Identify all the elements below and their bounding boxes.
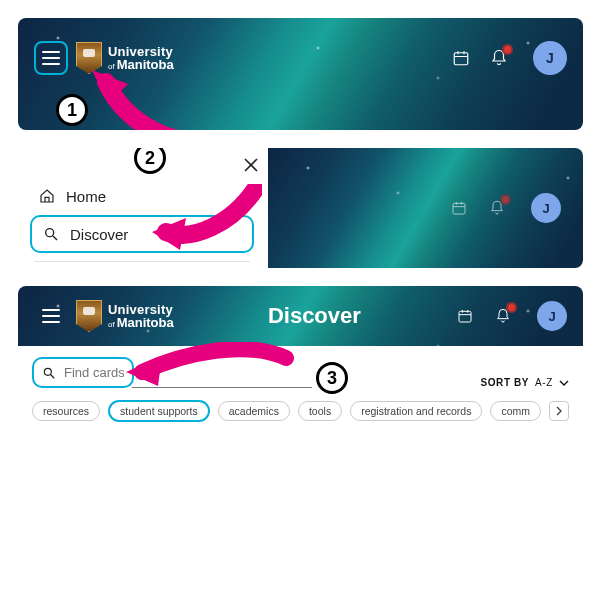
calendar-icon — [451, 200, 467, 216]
notification-dot-icon — [506, 302, 517, 313]
notification-dot-icon — [500, 194, 511, 205]
sort-control[interactable]: SORT BY A-Z — [480, 377, 569, 388]
shield-icon — [76, 42, 102, 74]
collapsed-header: J — [268, 148, 583, 268]
hamburger-menu-button[interactable] — [34, 41, 68, 75]
filter-chip-student-supports[interactable]: student supports — [108, 400, 210, 422]
chevron-right-icon — [554, 406, 564, 416]
find-cards-search[interactable] — [32, 357, 134, 388]
notifications-button[interactable] — [493, 306, 513, 326]
filter-chip-academics[interactable]: academics — [218, 401, 290, 421]
divider — [34, 261, 250, 262]
discover-header: University ofManitoba Discover J — [18, 286, 583, 346]
search-icon — [42, 366, 56, 380]
find-cards-input[interactable] — [64, 365, 124, 380]
university-logo: University ofManitoba — [76, 300, 174, 332]
discover-body: 3 SORT BY A-Z resources student supports… — [18, 346, 583, 431]
page-title: Discover — [174, 303, 455, 329]
calendar-button[interactable] — [451, 48, 471, 68]
filter-chip-truncated[interactable]: comm — [490, 401, 541, 421]
input-underline — [132, 387, 312, 388]
svg-rect-20 — [459, 311, 471, 322]
hamburger-icon — [42, 51, 60, 65]
nav-sidebar: 2 Home Discover — [18, 148, 268, 268]
filter-chip-row: resources student supports academics too… — [32, 400, 569, 422]
home-icon — [38, 187, 56, 205]
sidebar-panel-step2: 2 Home Discover — [18, 148, 583, 268]
filter-chip-resources[interactable]: resources — [32, 401, 100, 421]
university-wordmark: University ofManitoba — [108, 303, 174, 329]
close-icon — [244, 158, 258, 172]
filter-chip-tools[interactable]: tools — [298, 401, 342, 421]
svg-rect-13 — [453, 203, 465, 214]
topbar-actions: J — [449, 193, 561, 223]
svg-rect-3 — [454, 53, 468, 65]
calendar-icon — [457, 308, 473, 324]
chips-scroll-right[interactable] — [549, 401, 569, 421]
university-wordmark: University ofManitoba — [108, 45, 174, 71]
step-badge-3: 3 — [316, 362, 348, 394]
sidebar-item-discover[interactable]: Discover — [30, 215, 254, 253]
svg-point-24 — [44, 368, 51, 375]
hamburger-icon — [42, 309, 60, 323]
search-icon — [42, 225, 60, 243]
university-logo: University ofManitoba — [76, 42, 174, 74]
header-panel-step1: University ofManitoba J — [18, 18, 583, 130]
step-badge-1: 1 — [56, 94, 88, 126]
svg-line-11 — [53, 236, 57, 240]
notifications-button[interactable] — [489, 48, 509, 68]
user-avatar[interactable]: J — [531, 193, 561, 223]
calendar-button[interactable] — [455, 306, 475, 326]
close-sidebar-button[interactable] — [240, 154, 262, 176]
user-avatar[interactable]: J — [533, 41, 567, 75]
top-bar: J — [268, 148, 583, 268]
calendar-icon — [452, 49, 470, 67]
discover-panel-step3: University ofManitoba Discover J — [18, 286, 583, 431]
svg-line-25 — [51, 374, 55, 378]
top-bar: University ofManitoba J — [18, 18, 583, 98]
sidebar-item-home[interactable]: Home — [30, 181, 254, 211]
notification-dot-icon — [502, 44, 513, 55]
svg-point-10 — [46, 229, 54, 237]
hamburger-menu-button[interactable] — [34, 299, 68, 333]
topbar-actions: J — [455, 301, 567, 331]
shield-icon — [76, 300, 102, 332]
notifications-button[interactable] — [487, 198, 507, 218]
sidebar-item-label: Home — [66, 188, 106, 205]
topbar-actions: J — [451, 41, 567, 75]
calendar-button[interactable] — [449, 198, 469, 218]
filter-chip-registration[interactable]: registration and records — [350, 401, 482, 421]
sidebar-item-label: Discover — [70, 226, 128, 243]
user-avatar[interactable]: J — [537, 301, 567, 331]
chevron-down-icon — [559, 378, 569, 388]
